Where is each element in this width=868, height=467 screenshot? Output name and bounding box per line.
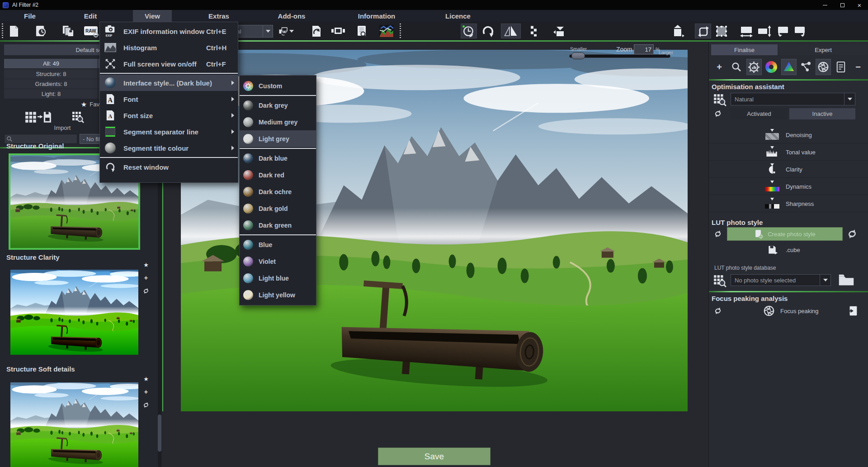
rgb-cube-button[interactable]	[781, 59, 797, 75]
colour-histogram-button[interactable]	[378, 24, 395, 38]
preset-thumbnail-clarity[interactable]	[10, 270, 138, 355]
style-option-light-yellow[interactable]: Light yellow	[240, 286, 316, 303]
raw-settings-button[interactable]	[83, 24, 99, 38]
preset-thumbnail-softdetails[interactable]	[10, 382, 138, 467]
menu-view[interactable]: View	[133, 10, 172, 22]
crop-marquee-button[interactable]	[714, 24, 729, 38]
plus-icon[interactable]: +	[144, 388, 148, 395]
favourite-star-icon[interactable]: ★	[143, 262, 149, 268]
style-option-light-blue[interactable]: Light blue	[240, 270, 316, 286]
print-preview-button[interactable]	[355, 24, 368, 38]
search-button[interactable]	[729, 59, 744, 75]
copy-save-button[interactable]	[61, 24, 75, 38]
adjustment-dynamics[interactable]: Dynamics	[709, 178, 868, 195]
activated-button[interactable]: Activated	[731, 108, 788, 119]
rotate-crop-button[interactable]	[695, 24, 711, 38]
refresh-icon[interactable]	[142, 401, 150, 409]
close-button[interactable]: ×	[851, 0, 868, 10]
batch-document-button[interactable]	[310, 24, 323, 38]
sidebar-scrollbar-thumb[interactable]	[158, 415, 161, 452]
new-document-button[interactable]	[7, 24, 21, 38]
zoom-slider-knob[interactable]	[571, 52, 585, 59]
rotate-right-button[interactable]	[793, 24, 808, 38]
gear-chart-button[interactable]	[746, 59, 762, 75]
timer-history-button[interactable]	[461, 24, 477, 38]
inactive-button[interactable]: Inactive	[789, 108, 855, 119]
projector-view-button[interactable]	[330, 24, 346, 38]
rotate-left-button[interactable]	[775, 24, 790, 38]
menu-addons[interactable]: Add-ons	[266, 10, 317, 22]
focus-report-button[interactable]	[847, 305, 859, 317]
style-option-custom[interactable]: Custom	[240, 77, 316, 94]
menu-edit[interactable]: Edit	[72, 10, 108, 22]
style-option-light-grey[interactable]: Light grey	[240, 130, 316, 147]
style-option-dark-red[interactable]: Dark red	[240, 167, 316, 183]
resize-width-button[interactable]	[739, 24, 754, 38]
preset-grid-icon[interactable]	[712, 274, 727, 287]
colour-wheel-button[interactable]	[764, 59, 779, 75]
style-option-medium-grey[interactable]: Medium grey	[240, 114, 316, 130]
redo-button[interactable]	[480, 24, 495, 38]
export-presets-button[interactable]	[24, 110, 52, 124]
menu-item-interface-style[interactable]: Interface style... (Dark blue)	[100, 75, 238, 91]
export-cube-icon[interactable]	[767, 244, 778, 255]
create-photo-style-button[interactable]: Create photo style	[727, 227, 843, 241]
style-option-violet[interactable]: Violet	[240, 253, 316, 270]
refresh-icon[interactable]	[713, 109, 722, 118]
menu-item-font[interactable]: Font	[100, 91, 238, 107]
refresh-icon[interactable]	[713, 306, 722, 315]
style-option-dark-grey[interactable]: Dark grey	[240, 97, 316, 114]
favourite-star-icon[interactable]: ★	[143, 376, 149, 382]
menu-item-exif[interactable]: EXIF information window Ctrl+E	[100, 23, 238, 39]
tab-finalise[interactable]: Finalise	[711, 44, 778, 55]
colour-sphere-icon	[243, 273, 253, 283]
tab-expert[interactable]: Expert	[779, 44, 868, 55]
report-document-button[interactable]	[833, 59, 849, 75]
adjustment-tonal-value[interactable]: Tonal value	[709, 143, 868, 161]
remove-button[interactable]: −	[850, 59, 866, 75]
preset-grid-icon[interactable]	[712, 93, 727, 106]
refresh-icon[interactable]	[142, 287, 150, 295]
flip-compare-button[interactable]	[501, 24, 521, 38]
style-option-dark-green[interactable]: Dark green	[240, 217, 316, 234]
split-view-button[interactable]	[552, 24, 568, 38]
add-button[interactable]: +	[712, 59, 727, 75]
zoom-value-input[interactable]	[634, 44, 654, 54]
menu-information[interactable]: Information	[346, 10, 407, 22]
style-option-dark-blue[interactable]: Dark blue	[240, 150, 316, 167]
menu-item-reset-window[interactable]: Reset window	[100, 159, 238, 175]
export-device-button[interactable]	[278, 24, 294, 38]
history-page-button[interactable]	[33, 24, 48, 38]
style-option-dark-gold[interactable]: Dark gold	[240, 200, 316, 217]
menu-file[interactable]: File	[12, 10, 47, 22]
menu-item-font-size[interactable]: Font size	[100, 107, 238, 124]
lut-database-dropdown[interactable]: No photo style selected	[731, 274, 831, 286]
menu-item-fullscreen[interactable]: Full screen view on/off Ctrl+F	[100, 56, 238, 72]
sync-style-icon[interactable]	[846, 228, 858, 240]
adjustment-sharpness[interactable]: Sharpness	[709, 195, 868, 212]
minimize-button[interactable]	[816, 0, 834, 10]
maximize-button[interactable]	[834, 0, 851, 10]
aperture-icon[interactable]	[763, 305, 775, 317]
resize-height-button[interactable]	[757, 24, 772, 38]
menu-item-histogram[interactable]: Histogram Ctrl+H	[100, 39, 238, 56]
menu-item-segment-title-colour[interactable]: Segment title colour	[100, 140, 238, 156]
node-graph-button[interactable]	[798, 59, 814, 75]
toolbar-handle[interactable]	[2, 24, 3, 38]
refresh-icon[interactable]	[713, 229, 722, 238]
style-option-blue[interactable]: Blue	[240, 236, 316, 253]
style-option-dark-ochre[interactable]: Dark ochre	[240, 183, 316, 200]
menu-extras[interactable]: Extras	[197, 10, 241, 22]
plus-icon[interactable]: +	[144, 274, 148, 281]
adjustment-denoising[interactable]: Denoising	[709, 126, 868, 143]
menu-licence[interactable]: Licence	[434, 10, 482, 22]
aperture-button[interactable]	[816, 59, 831, 75]
fit-view-button[interactable]	[671, 24, 685, 38]
open-folder-button[interactable]	[837, 273, 855, 286]
save-button[interactable]: Save	[378, 448, 491, 465]
preset-search-button[interactable]	[71, 110, 85, 123]
adjustment-clarity[interactable]: Clarity	[709, 161, 868, 178]
assistant-preset-dropdown[interactable]: Natural	[731, 93, 855, 105]
menu-item-segment-separator[interactable]: Segment separator line	[100, 124, 238, 140]
checker-compare-button[interactable]	[529, 24, 539, 38]
